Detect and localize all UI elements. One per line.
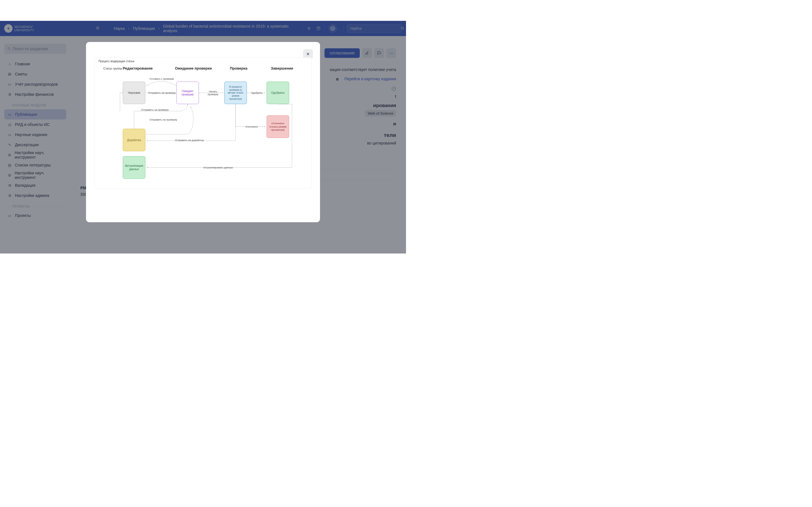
arrow-send-review-2: Отправить на проверку: [141, 108, 169, 112]
arrow-recall: Отозвать с проверки: [150, 77, 174, 80]
box-in-review: В процессе проверки (у автора только реж…: [224, 82, 247, 104]
diagram-col-review: Проверка: [230, 66, 248, 71]
diagram-process-label: Процесс модерации статьи: [99, 60, 135, 63]
modal-backdrop[interactable]: ✕ Процесс модерации статьи Статус группы…: [0, 21, 406, 253]
box-update: Актуализация данных: [123, 156, 146, 179]
box-draft: Черновик: [123, 82, 146, 104]
diagram-col-awaiting: Ожидание проверки: [175, 66, 212, 71]
arrow-reject: Отклонить: [246, 125, 258, 128]
box-awaiting: Ожидает проверки: [176, 82, 199, 104]
box-approved: Одобрено: [267, 82, 289, 104]
arrow-start-review: Начать проверку: [205, 90, 221, 96]
box-rework: Доработка: [123, 129, 146, 151]
arrow-approve: Одобрить: [251, 92, 263, 95]
arrow-send-review: Отправить на проверку: [148, 92, 176, 95]
arrow-send-review-3: Отправить на проверку: [150, 118, 177, 121]
diagram-modal: ✕ Процесс модерации статьи Статус группы…: [86, 42, 320, 222]
box-rejected: Отклонено (только режим просмотра): [267, 115, 289, 138]
diagram-group-label: Статус группы: [103, 67, 122, 70]
diagram-col-completion: Завершение: [271, 66, 294, 71]
arrow-send-rework: Отправить на доработку: [175, 139, 204, 142]
browser-chrome: [0, 0, 406, 21]
diagram-col-editing: Редактирование: [123, 66, 153, 71]
moderation-diagram: Процесс модерации статьи Статус группы Р…: [94, 57, 312, 188]
arrow-actualize: Актуализировать данные: [203, 166, 233, 169]
